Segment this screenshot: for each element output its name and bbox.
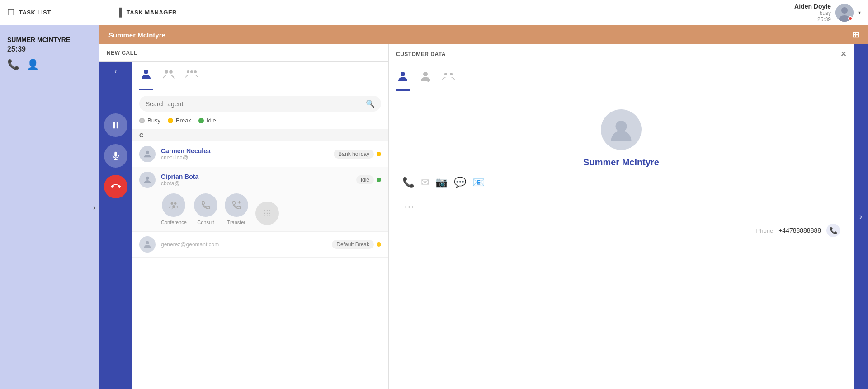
customer-name: Summer McIntyre (583, 157, 659, 168)
agent-email-carmen: cneculea@ (161, 155, 328, 161)
keypad-button[interactable] (255, 202, 279, 225)
tab-two-agents[interactable] (162, 67, 175, 90)
agent-item-carmen[interactable]: Carmen Neculea cneculea@ Bank holiday (132, 141, 388, 167)
svg-rect-5 (114, 152, 117, 157)
email-contact-icon[interactable]: ✉ (421, 177, 429, 188)
customer-data-label: CUSTOMER DATA (396, 51, 446, 57)
sidebar-caller-icons: 📞 👤 (7, 59, 92, 70)
agent-actions-ciprian: Conference Consult (139, 188, 381, 227)
status-dot-ciprian (377, 178, 381, 182)
conference-wrap: Conference (161, 193, 187, 225)
customer-tab-edit[interactable] (419, 70, 432, 91)
svg-point-8 (144, 70, 148, 74)
chat-contact-icon[interactable]: 💬 (454, 177, 466, 188)
status-pill-carmen: Bank holiday (334, 150, 374, 159)
consult-wrap: Consult (194, 193, 217, 225)
agent-item-row-ciprian: Ciprian Bota cbota@ Idle (139, 172, 381, 188)
svg-point-11 (187, 70, 189, 73)
busy-label: Busy (147, 117, 160, 124)
conference-button[interactable] (162, 193, 185, 217)
mute-button[interactable] (104, 144, 127, 168)
grid-icon[interactable]: ⊞ (852, 30, 859, 40)
consult-button[interactable] (194, 193, 217, 217)
three-agents-icon (184, 70, 199, 84)
agent-item-third[interactable]: generez@geomant.com Default Break (132, 232, 388, 258)
status-dot-carmen (377, 152, 381, 156)
svg-point-32 (450, 73, 453, 75)
customer-avatar (601, 109, 642, 150)
svg-rect-4 (117, 122, 118, 129)
agent-name-ciprian: Ciprian Bota (161, 173, 351, 180)
task-manager-icon: ▐ (116, 8, 122, 17)
mail-contact-icon[interactable]: 📧 (472, 177, 485, 188)
avatar (835, 4, 854, 22)
svg-point-13 (194, 70, 197, 73)
svg-point-22 (264, 213, 265, 214)
svg-rect-3 (113, 122, 115, 129)
single-agent-icon (139, 70, 153, 84)
task-list-label: TASK LIST (19, 9, 51, 16)
svg-point-17 (174, 202, 177, 205)
sidebar-caller: SUMMER MCINTYRE 25:39 📞 👤 (7, 36, 92, 70)
avatar-status-dot (848, 16, 853, 21)
phone-number: +44788888888 (778, 227, 821, 234)
svg-point-9 (165, 70, 168, 74)
topbar-left: ☐ TASK LIST (7, 8, 107, 18)
task-manager-label: TASK MANAGER (127, 9, 177, 16)
transfer-button[interactable] (225, 193, 248, 217)
user-name: Aiden Doyle (794, 3, 831, 10)
topbar-right: Aiden Doyle busy 25:39 ▾ (794, 3, 861, 23)
panel-collapse-chevron[interactable]: ‹ (114, 67, 117, 75)
phone-icon[interactable]: 📞 (7, 59, 19, 70)
person-icon[interactable]: 👤 (27, 59, 39, 70)
agent-info-carmen: Carmen Neculea cneculea@ (161, 147, 328, 161)
status-dot-third (377, 242, 381, 247)
pause-button[interactable] (104, 113, 127, 137)
svg-point-12 (190, 70, 193, 73)
svg-point-19 (264, 210, 265, 211)
customer-contact-row: 📞 ✉ 📷 💬 📧 (402, 177, 840, 188)
agent-status-third: Default Break (332, 240, 381, 249)
phone-contact-icon[interactable]: 📞 (402, 177, 415, 188)
customer-tab-person[interactable] (396, 70, 410, 91)
phone-call-btn[interactable]: 📞 (826, 224, 840, 237)
consult-label: Consult (197, 220, 214, 225)
user-status: busy (794, 10, 831, 16)
tab-three-agents[interactable] (184, 67, 199, 90)
svg-point-33 (616, 121, 627, 132)
instagram-contact-icon[interactable]: 📷 (435, 177, 448, 188)
sidebar-expand-chevron[interactable]: › (93, 202, 96, 212)
filter-row: Busy Break Idle (132, 117, 388, 129)
right-edge-panel[interactable]: › (854, 44, 868, 389)
svg-point-27 (269, 216, 270, 217)
agent-info-third: generez@geomant.com (161, 241, 326, 248)
user-dropdown-chevron[interactable]: ▾ (858, 9, 861, 16)
more-icon[interactable]: ⋯ (404, 201, 414, 213)
phone-info-row: Phone +44788888888 📞 (402, 224, 840, 237)
svg-point-10 (169, 70, 173, 74)
filter-busy[interactable]: Busy (139, 117, 160, 124)
panel-row: NEW CALL ‹ (99, 44, 868, 389)
status-pill-ciprian: Idle (356, 175, 374, 184)
search-input[interactable] (146, 100, 362, 108)
idle-label: Idle (207, 117, 216, 124)
agent-item-ciprian[interactable]: Ciprian Bota cbota@ Idle (132, 167, 388, 232)
svg-point-18 (173, 205, 175, 208)
svg-point-31 (444, 73, 447, 75)
phone-label: Phone (756, 227, 774, 234)
sidebar-caller-time: 25:39 (7, 45, 92, 53)
svg-point-20 (267, 210, 268, 211)
customer-close-button[interactable]: ✕ (840, 50, 847, 58)
filter-idle[interactable]: Idle (198, 117, 216, 124)
customer-tab-group[interactable] (441, 70, 456, 91)
tab-single-agent[interactable] (139, 67, 153, 90)
end-call-button[interactable] (104, 175, 127, 198)
svg-point-1 (841, 7, 848, 14)
agent-email-ciprian: cbota@ (161, 180, 351, 187)
filter-break[interactable]: Break (168, 117, 191, 124)
agent-item-row-third: generez@geomant.com Default Break (139, 236, 381, 253)
agent-email-third: generez@geomant.com (161, 241, 326, 248)
customer-phone-row: ⋯ (402, 192, 840, 213)
svg-point-29 (401, 72, 405, 76)
topbar: ☐ TASK LIST ▐ TASK MANAGER Aiden Doyle b… (0, 0, 868, 25)
